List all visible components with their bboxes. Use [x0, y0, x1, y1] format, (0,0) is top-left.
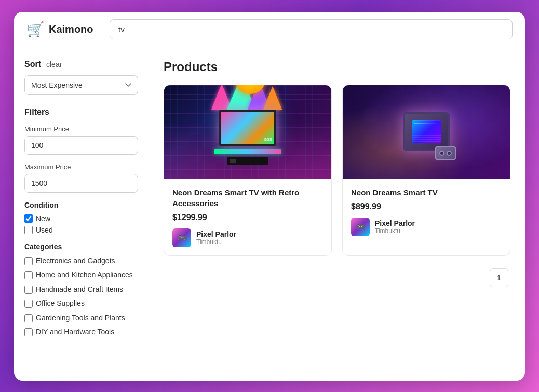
- seller-name-1: Pixel Parlor: [196, 230, 236, 238]
- product-name-1: Neon Dreams Smart TV with Retro Accessor…: [172, 187, 323, 209]
- seller-details-2: Pixel Parlor Timbuktu: [375, 219, 415, 235]
- seller-details-1: Pixel Parlor Timbuktu: [196, 230, 236, 246]
- seller-avatar-inner-1: 🎮: [172, 228, 191, 247]
- category-electronics-row: Electronics and Gadgets: [24, 256, 138, 266]
- seller-info-2: 🎮 Pixel Parlor Timbuktu: [351, 218, 502, 236]
- product-image-1-content: [164, 85, 331, 179]
- min-price-input[interactable]: [24, 136, 138, 155]
- max-price-label: Maximum Price: [24, 163, 138, 171]
- product-image-2-content: [343, 85, 510, 179]
- product-price-2: $899.99: [351, 202, 502, 211]
- category-electronics-label[interactable]: Electronics and Gadgets: [36, 256, 115, 266]
- condition-used-checkbox[interactable]: [24, 226, 33, 234]
- category-gardening-checkbox[interactable]: [24, 314, 33, 322]
- condition-section: Condition New Used: [24, 201, 138, 234]
- sidebar: Sort clear Most Expensive Least Expensiv…: [14, 47, 149, 381]
- product-name-2: Neon Dreams Smart TV: [351, 187, 502, 198]
- category-office-label[interactable]: Office Supplies: [36, 299, 85, 309]
- category-diy-checkbox[interactable]: [24, 328, 33, 336]
- product-card-2[interactable]: Neon Dreams Smart TV $899.99 🎮 Pixel Par…: [342, 85, 510, 256]
- products-grid: Neon Dreams Smart TV with Retro Accessor…: [164, 85, 510, 256]
- category-handmade-label[interactable]: Handmade and Craft Items: [36, 285, 123, 295]
- condition-label: Condition: [24, 201, 138, 209]
- tv-retro-screen: [412, 120, 441, 143]
- tv-screen-inner-1: [219, 110, 276, 146]
- body: Sort clear Most Expensive Least Expensiv…: [14, 47, 525, 381]
- categories-label: Categories: [24, 242, 138, 251]
- page-button-1[interactable]: 1: [490, 268, 508, 287]
- condition-new-label[interactable]: New: [36, 214, 50, 223]
- sort-section: Sort clear Most Expensive Least Expensiv…: [24, 60, 138, 95]
- min-price-label: Minimum Price: [24, 125, 138, 133]
- tv-retro-body: [403, 112, 450, 151]
- category-home-label[interactable]: Home and Kitchen Appliances: [36, 270, 133, 280]
- filters-label: Filters: [24, 107, 138, 117]
- max-price-input[interactable]: [24, 174, 138, 193]
- category-electronics-checkbox[interactable]: [24, 257, 33, 265]
- product-card-1[interactable]: Neon Dreams Smart TV with Retro Accessor…: [164, 85, 332, 256]
- category-diy-label[interactable]: DIY and Hardware Tools: [36, 327, 114, 337]
- seller-avatar-2: 🎮: [351, 218, 370, 236]
- cassette: [435, 146, 456, 160]
- category-handmade-checkbox[interactable]: [24, 286, 33, 294]
- logo-icon: 🛒: [26, 21, 45, 38]
- seller-avatar-1: 🎮: [172, 228, 191, 247]
- category-home-checkbox[interactable]: [24, 271, 33, 279]
- condition-new-row: New: [24, 214, 138, 223]
- app-window: 🛒 Kaimono Sort clear Most Expensive Leas…: [14, 12, 525, 381]
- category-office-checkbox[interactable]: [24, 300, 33, 308]
- header: 🛒 Kaimono: [14, 12, 525, 47]
- filters-section: Filters Minimum Price Maximum Price Cond…: [24, 107, 138, 338]
- clear-link[interactable]: clear: [46, 60, 62, 69]
- sort-select[interactable]: Most Expensive Least Expensive Newest: [24, 75, 138, 95]
- sort-header: Sort clear: [24, 60, 138, 69]
- main-content: Products: [149, 47, 525, 381]
- category-gardening-row: Gardening Tools and Plants: [24, 313, 138, 323]
- category-gardening-label[interactable]: Gardening Tools and Plants: [36, 313, 125, 323]
- category-office-row: Office Supplies: [24, 299, 138, 309]
- category-home-row: Home and Kitchen Appliances: [24, 270, 138, 280]
- search-input[interactable]: [110, 19, 513, 39]
- product-price-1: $1299.99: [172, 213, 323, 222]
- condition-used-label[interactable]: Used: [36, 226, 53, 234]
- product-image-2: [343, 85, 510, 179]
- logo-area: 🛒 Kaimono: [26, 21, 99, 38]
- seller-name-2: Pixel Parlor: [375, 219, 415, 227]
- seller-location-1: Timbuktu: [196, 238, 236, 246]
- sort-label: Sort: [24, 60, 41, 69]
- seller-location-2: Timbuktu: [375, 227, 415, 235]
- logo-text: Kaimono: [49, 23, 93, 35]
- seller-avatar-inner-2: 🎮: [351, 218, 370, 236]
- seller-info-1: 🎮 Pixel Parlor Timbuktu: [172, 228, 323, 247]
- product-info-2: Neon Dreams Smart TV $899.99 🎮 Pixel Par…: [343, 179, 510, 245]
- condition-used-row: Used: [24, 226, 138, 234]
- category-diy-row: DIY and Hardware Tools: [24, 327, 138, 337]
- condition-new-checkbox[interactable]: [24, 214, 33, 223]
- category-handmade-row: Handmade and Craft Items: [24, 285, 138, 295]
- product-info-1: Neon Dreams Smart TV with Retro Accessor…: [164, 179, 331, 255]
- pagination: 1: [164, 268, 510, 287]
- page-title: Products: [164, 60, 510, 74]
- product-image-1: [164, 85, 331, 179]
